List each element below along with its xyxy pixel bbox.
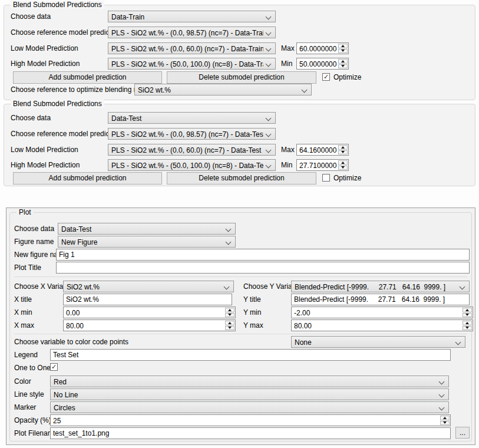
low-model-select[interactable]: PLS - SiO2 wt.% - (0.0, 60.0) (nc=7) - D…	[108, 144, 276, 156]
delete-submodel-button[interactable]: Delete submodel prediction	[167, 71, 316, 84]
opacity-spinbox[interactable]: 25	[50, 414, 451, 426]
min-spinbox[interactable]: 27.7100000	[296, 159, 349, 171]
spin-up-button[interactable]	[225, 321, 234, 325]
max-spinbox[interactable]: 60.0000000	[296, 42, 349, 54]
app-window: Blend Submodel Predictions Choose data D…	[0, 0, 479, 448]
chevron-down-icon	[226, 226, 232, 232]
spin-down-button[interactable]	[225, 313, 234, 318]
spin-value: 64.1600000	[299, 146, 336, 154]
x-variable-select[interactable]: SiO2 wt.%	[63, 281, 234, 292]
new-figure-name-input[interactable]	[56, 249, 470, 261]
plot-choose-data-label: Choose data	[14, 225, 54, 233]
selected-value: No Line	[54, 391, 437, 399]
marker-label: Marker	[14, 403, 36, 411]
arrow-down-icon	[341, 65, 345, 67]
plot-filename-input[interactable]	[50, 427, 451, 439]
chevron-down-icon	[266, 131, 272, 137]
spin-down-button[interactable]	[338, 49, 348, 54]
spin-down-button[interactable]	[338, 64, 348, 69]
figure-name-select[interactable]: New Figure	[58, 236, 236, 248]
arrow-down-icon	[465, 327, 469, 329]
spin-down-button[interactable]	[463, 326, 472, 331]
spin-value: 50.0000000	[299, 60, 336, 68]
arrow-up-icon	[228, 309, 232, 311]
group-title: Blend Submodel Predictions	[11, 100, 104, 108]
spin-up-button[interactable]	[440, 416, 450, 420]
spin-value: 60.0000000	[299, 45, 336, 53]
selected-value: None	[295, 338, 453, 347]
spin-down-button[interactable]	[440, 421, 450, 426]
chevron-down-icon	[224, 284, 230, 290]
arrow-down-icon	[443, 421, 447, 424]
x-min-spinbox[interactable]: 0.00	[63, 307, 236, 318]
selected-value: PLS - SiO2 wt.% - (0.0, 60.0) (nc=7) - D…	[111, 45, 263, 53]
color-select[interactable]: Red	[50, 375, 449, 387]
y-min-spinbox[interactable]: -2.00	[291, 307, 473, 318]
one-to-one-label: One to One	[14, 364, 51, 372]
y-variable-select[interactable]: Blended-Predict [-9999. 27.71 64.16 9999…	[291, 281, 470, 292]
add-submodel-button[interactable]: Add submodel prediction	[13, 172, 162, 185]
high-model-select[interactable]: PLS - SiO2 wt.% - (50.0, 100.0) (nc=8) -…	[108, 58, 276, 70]
optimize-checkbox[interactable]	[322, 174, 330, 182]
y-title-input[interactable]	[291, 294, 470, 305]
spin-up-button[interactable]	[338, 44, 348, 48]
spin-up-button[interactable]	[338, 59, 348, 64]
spin-up-button[interactable]	[225, 308, 234, 312]
high-model-select[interactable]: PLS - SiO2 wt.% - (50.0, 100.0) (nc=8) -…	[108, 159, 276, 171]
optimize-ranges-select[interactable]: SiO2 wt.%	[134, 84, 312, 95]
marker-select[interactable]: Circles	[50, 401, 449, 413]
optimize-checkbox[interactable]	[322, 73, 330, 81]
spin-up-button[interactable]	[463, 308, 472, 312]
spin-up-button[interactable]	[338, 145, 348, 150]
spin-down-button[interactable]	[463, 313, 472, 318]
arrow-down-icon	[341, 151, 345, 153]
line-style-label: Line style	[14, 390, 44, 398]
spin-down-button[interactable]	[338, 150, 348, 155]
spinner	[463, 308, 472, 317]
plot-title-input[interactable]	[56, 262, 470, 274]
selected-value: Data-Train	[111, 13, 263, 21]
plot-choose-data-select[interactable]: Data-Test	[58, 223, 236, 235]
spin-up-button[interactable]	[338, 160, 348, 165]
low-model-select[interactable]: PLS - SiO2 wt.% - (0.0, 60.0) (nc=7) - D…	[108, 42, 276, 54]
y-max-spinbox[interactable]: 80.00	[291, 319, 473, 331]
y-max-label: Y max	[243, 321, 263, 330]
spin-down-button[interactable]	[225, 326, 234, 331]
chevron-down-icon	[266, 116, 272, 121]
line-style-select[interactable]: No Line	[50, 388, 449, 400]
low-model-label: Low Model Prediction	[11, 44, 78, 52]
separator	[14, 276, 467, 277]
reference-model-select[interactable]: PLS - SiO2 wt.% - (0.0, 98.57) (nc=7) - …	[108, 128, 276, 140]
opacity-label: Opacity (%)	[14, 416, 51, 424]
x-title-input[interactable]	[63, 294, 232, 305]
spinner	[338, 59, 348, 68]
selected-value: SiO2 wt.%	[138, 86, 299, 94]
spinner	[440, 416, 450, 425]
chevron-down-icon	[439, 405, 445, 411]
chevron-down-icon	[460, 284, 465, 290]
high-model-label: High Model Prediction	[11, 161, 80, 169]
max-spinbox[interactable]: 64.1600000	[296, 144, 349, 156]
choose-data-select[interactable]: Data-Test	[108, 112, 276, 124]
browse-button[interactable]: ...	[455, 427, 470, 439]
spin-value: 0.00	[66, 309, 80, 317]
choose-data-select[interactable]: Data-Train	[108, 11, 276, 22]
reference-model-select[interactable]: PLS - SiO2 wt.% - (0.0, 98.57) (nc=7) - …	[108, 27, 276, 38]
legend-input[interactable]	[50, 349, 451, 361]
optimize-label: Optimize	[333, 174, 361, 182]
chevron-down-icon	[439, 379, 445, 385]
x-max-spinbox[interactable]: 80.00	[63, 319, 236, 331]
min-spinbox[interactable]: 50.0000000	[296, 58, 349, 70]
add-submodel-button[interactable]: Add submodel prediction	[13, 71, 162, 84]
color-code-select[interactable]: None	[291, 336, 465, 348]
spin-down-button[interactable]	[338, 166, 348, 170]
arrow-up-icon	[228, 322, 232, 324]
delete-submodel-button[interactable]: Delete submodel prediction	[167, 172, 316, 185]
chevron-down-icon	[266, 14, 272, 20]
spin-up-button[interactable]	[463, 321, 472, 325]
spinner	[338, 160, 348, 170]
y-title-label: Y title	[243, 295, 261, 304]
one-to-one-checkbox[interactable]	[50, 363, 58, 371]
figure-name-label: Figure name	[14, 238, 54, 246]
arrow-down-icon	[341, 50, 345, 52]
